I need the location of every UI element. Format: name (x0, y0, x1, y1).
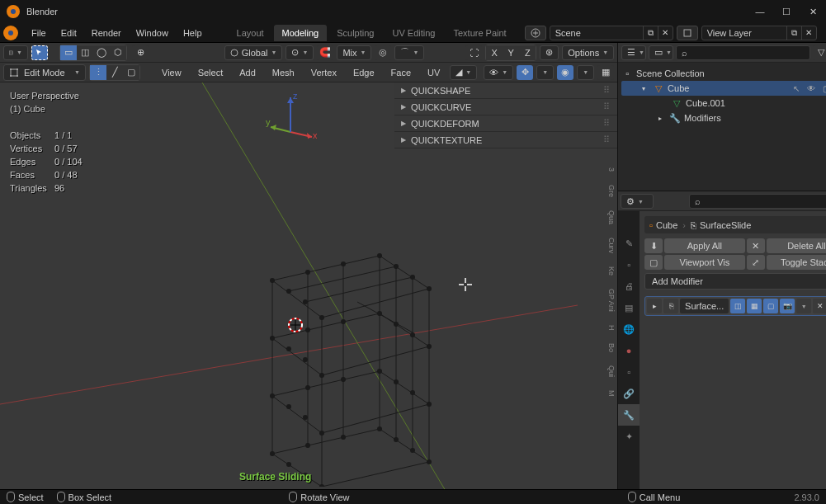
cursor-tool-button[interactable] (31, 45, 48, 60)
tab-viewlayer[interactable]: ▤ (618, 297, 640, 318)
n-panel-quickcurve[interactable]: ▶QUICKCURVE⠿ (394, 99, 617, 115)
n-tab-0[interactable]: 3 (604, 161, 617, 178)
tree-row-cube001[interactable]: ▽ Cube.001 (621, 96, 826, 111)
n-tab-8[interactable]: Qui (604, 359, 617, 384)
n-tab-9[interactable]: M (604, 384, 617, 403)
n-tab-6[interactable]: H (604, 318, 617, 337)
automerge-button[interactable]: ⊛ (540, 45, 559, 60)
axis-z-button[interactable]: Z (519, 45, 536, 60)
modifier-realtime-button[interactable]: ▢ (763, 299, 778, 313)
render-icon[interactable]: ▢ (820, 82, 826, 94)
minimize-button[interactable]: — (753, 5, 767, 18)
apply-all-icon-button[interactable]: ⬇ (644, 238, 663, 253)
select-lasso-button[interactable]: ⬡ (110, 45, 126, 60)
viewport-vis-icon-button[interactable]: ▢ (644, 255, 663, 270)
menu-uv[interactable]: UV (421, 64, 446, 81)
tree-row-scene-collection[interactable]: ▫ Scene Collection (621, 66, 826, 81)
delete-all-button[interactable]: Delete All (767, 238, 826, 253)
overlay-button[interactable]: ◉ (557, 65, 573, 80)
n-panel-quickshape[interactable]: ▶QUICKSHAPE⠿ (394, 82, 617, 99)
scene-delete-button[interactable]: ✕ (658, 26, 673, 40)
viewlayer-input[interactable]: View Layer ⧉ ✕ (701, 26, 817, 40)
apply-all-button[interactable]: Apply All (664, 238, 745, 253)
menu-edit[interactable]: Edit (54, 25, 83, 41)
axis-y-button[interactable]: Y (503, 45, 519, 60)
add-modifier-dropdown[interactable]: Add Modifier ▼ (644, 273, 826, 290)
scene-copy-button[interactable]: ⧉ (643, 26, 658, 40)
delete-all-icon-button[interactable]: ✕ (747, 238, 765, 253)
tab-particles[interactable]: ✦ (618, 426, 640, 447)
outliner-type-dropdown[interactable]: ☰▼ (621, 45, 646, 60)
uv-dropdown[interactable]: ◢▼ (450, 65, 477, 80)
tab-tool[interactable]: ✎ (618, 233, 640, 254)
prop-edit-button[interactable]: ◎ (375, 45, 391, 60)
modifier-expand-button[interactable]: ▸ (647, 299, 662, 313)
viewlayer-delete-button[interactable]: ✕ (801, 26, 816, 40)
menu-edge[interactable]: Edge (347, 64, 381, 81)
menu-file[interactable]: File (25, 25, 53, 41)
tab-render[interactable]: ▫ (618, 254, 640, 276)
outliner-search-input[interactable]: ⌕ (676, 45, 810, 60)
n-tab-5[interactable]: GP Ani (604, 282, 617, 318)
toggle-stack-icon-button[interactable]: ⤢ (747, 255, 765, 270)
select-tweak-button[interactable]: ▭ (60, 45, 77, 60)
face-select-button[interactable]: ▢ (123, 65, 139, 80)
tab-output[interactable]: 🖨 (618, 276, 640, 297)
close-button[interactable]: ✕ (806, 5, 819, 18)
n-tab-7[interactable]: Bo (604, 337, 617, 359)
modifier-oncage-button[interactable]: ◫ (730, 299, 745, 313)
selectable-icon[interactable]: ↖ (791, 82, 802, 94)
menu-mesh[interactable]: Mesh (266, 64, 301, 81)
tree-row-cube[interactable]: ▾ ▽ Cube ↖ 👁 ▢ 📷 (621, 81, 826, 96)
n-tab-1[interactable]: Gre (604, 178, 617, 204)
menu-vertex[interactable]: Vertex (304, 64, 343, 81)
outliner-tree[interactable]: ▫ Scene Collection ▾ ▽ Cube ↖ 👁 ▢ 📷 (618, 63, 826, 191)
tab-modifiers[interactable]: 🔧 (618, 404, 640, 426)
workspace-uv[interactable]: UV Editing (384, 25, 443, 41)
viewlayer-browse-button[interactable] (677, 26, 698, 40)
visibility-icon[interactable]: 👁 (805, 82, 817, 94)
modifier-row-surfaceslide[interactable]: ▸ ⎘ Surface... ◫ ▦ ▢ 📷 ▼ ✕ ⠿ (644, 296, 826, 316)
workspace-modeling[interactable]: Modeling (274, 25, 328, 41)
tree-row-modifiers[interactable]: ▸ 🔧 Modifiers ⎘ (621, 111, 826, 125)
xray-button[interactable]: ▦ (597, 65, 614, 80)
viewlayer-copy-button[interactable]: ⧉ (786, 26, 801, 40)
n-panel-quicktexture[interactable]: ▶QUICKTEXTURE⠿ (394, 132, 617, 148)
overlay-dropdown[interactable]: ▼ (577, 65, 594, 80)
options-dropdown[interactable]: Options ▼ (562, 45, 614, 60)
n-tab-4[interactable]: Ke (604, 260, 617, 282)
gizmo-dropdown[interactable]: ▼ (536, 65, 554, 80)
transform-button[interactable]: ⊕ (132, 45, 149, 60)
axis-x-button[interactable]: X (486, 45, 503, 60)
tab-world[interactable]: ● (618, 340, 640, 361)
modifier-render-button[interactable]: 📷 (780, 299, 795, 313)
maximize-button[interactable]: ☐ (780, 5, 793, 18)
toggle-stack-button[interactable]: Toggle Stack (767, 255, 826, 270)
tab-object[interactable]: ▫ (618, 361, 640, 383)
outliner-display-dropdown[interactable]: ▭▼ (649, 45, 673, 60)
menu-window[interactable]: Window (130, 25, 175, 41)
menu-face[interactable]: Face (385, 64, 418, 81)
tab-constraints[interactable]: 🔗 (618, 383, 640, 404)
mode-dropdown[interactable]: Edit Mode ▼ (3, 64, 86, 81)
bc-object[interactable]: ▫Cube (649, 220, 677, 230)
select-box-button[interactable]: ◫ (77, 45, 93, 60)
modifier-dropdown-button[interactable]: ▼ (796, 299, 811, 313)
viewport-vis-button[interactable]: Viewport Vis (664, 255, 745, 270)
snap-mode-dropdown[interactable]: Mix ▼ (337, 45, 371, 60)
scene-input[interactable]: Scene ⧉ ✕ (550, 26, 673, 40)
workspace-layout[interactable]: Layout (229, 25, 272, 41)
pivot-dropdown[interactable]: ⊙▼ (286, 45, 314, 60)
snap-button[interactable]: 🧲 (317, 45, 333, 60)
gizmo-button[interactable]: ✥ (517, 65, 533, 80)
menu-view[interactable]: View (155, 64, 188, 81)
properties-search-input[interactable]: ⌕ (689, 194, 826, 209)
properties-type-dropdown[interactable]: ⚙▼ (621, 194, 654, 209)
visibility-dropdown[interactable]: 👁▼ (484, 65, 513, 80)
menu-render[interactable]: Render (85, 25, 128, 41)
disclosure-icon[interactable]: ▾ (638, 82, 649, 94)
edge-select-button[interactable]: ╱ (106, 65, 123, 80)
blender-logo-icon[interactable] (3, 26, 18, 40)
modifier-editmode-button[interactable]: ▦ (747, 299, 762, 313)
prop-edit-dropdown[interactable]: ⌒▼ (394, 45, 424, 60)
